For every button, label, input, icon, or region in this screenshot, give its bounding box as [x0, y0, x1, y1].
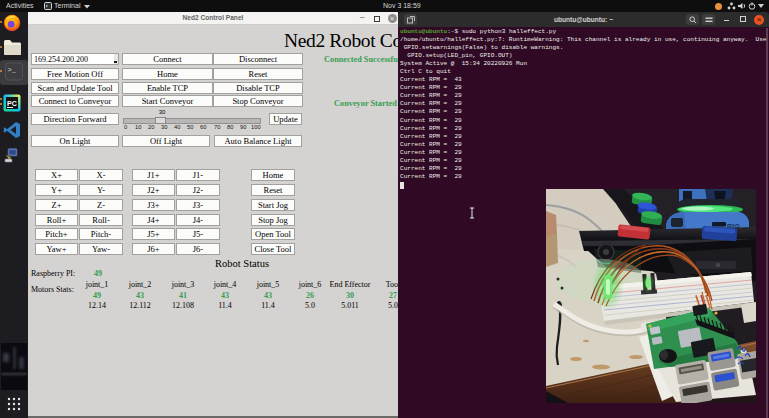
- svg-text:PC: PC: [7, 100, 17, 107]
- svg-text:>_: >_: [8, 66, 17, 74]
